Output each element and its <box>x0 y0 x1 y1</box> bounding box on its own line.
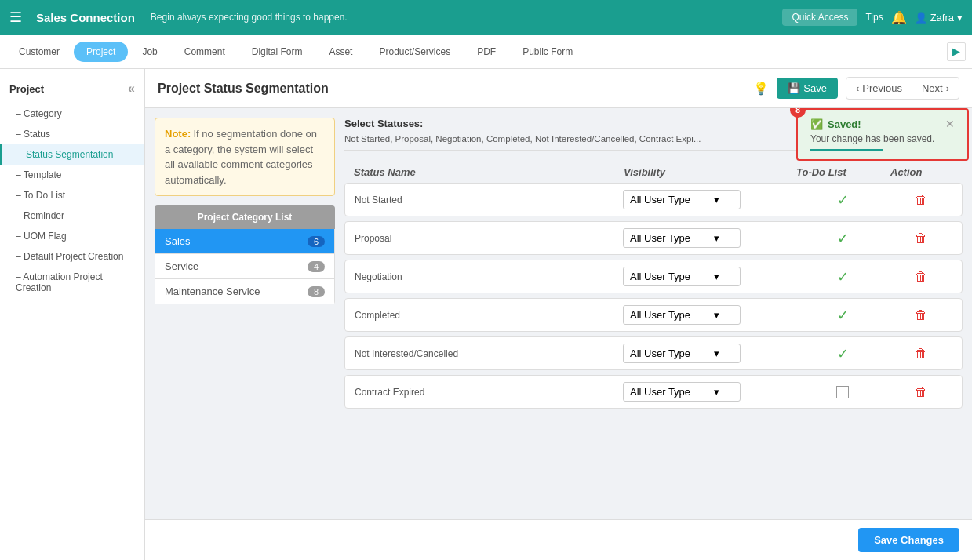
category-list: Project Category List Sales 6 Service 4 … <box>155 205 335 304</box>
save-label: Save <box>803 82 827 94</box>
delete-button-not-interested[interactable]: 🗑 <box>915 347 927 361</box>
bell-icon[interactable]: 🔔 <box>891 10 907 25</box>
sidebar-item-automation-project-creation[interactable]: – Automation Project Creation <box>0 267 144 298</box>
tab-public-form[interactable]: Public Form <box>510 42 585 62</box>
content-area: Project Status Segmentation 💡 💾 Save ‹ P… <box>145 69 972 560</box>
sidebar-item-uom-flag[interactable]: – UOM Flag <box>0 226 144 246</box>
top-navigation: ☰ Sales Connection Begin always expectin… <box>0 0 972 35</box>
status-name-completed: Completed <box>355 310 623 321</box>
category-list-header: Project Category List <box>155 205 335 229</box>
toast-close-button[interactable]: ✕ <box>945 118 955 130</box>
sidebar-item-status[interactable]: – Status <box>0 124 144 144</box>
previous-button[interactable]: ‹ Previous <box>846 77 912 100</box>
sidebar-item-status-segmentation[interactable]: – Status Segmentation <box>0 144 144 165</box>
todo-check-proposal[interactable]: ✓ <box>795 230 890 247</box>
chevron-right-icon: › <box>946 82 949 94</box>
tab-product-services[interactable]: Product/Services <box>366 42 463 62</box>
col-action: Action <box>890 166 953 178</box>
status-row-not-interested: Not Interested/Cancelled All User Type ▾… <box>344 336 963 370</box>
todo-check-negotiation[interactable]: ✓ <box>795 268 890 285</box>
sidebar-title: Project « <box>0 77 144 104</box>
status-row-not-started: Not Started All User Type ▾ ✓ 🗑 <box>344 183 963 216</box>
visibility-dropdown-not-interested[interactable]: All User Type ▾ <box>623 344 741 363</box>
chevron-left-icon: ‹ <box>856 82 859 94</box>
dropdown-arrow-icon: ▾ <box>714 232 719 244</box>
dropdown-arrow-icon: ▾ <box>714 194 719 205</box>
tips-button[interactable]: Tips <box>865 12 883 23</box>
footer-bar: Save Changes <box>145 519 972 560</box>
tab-project[interactable]: Project <box>74 42 128 62</box>
sidebar-item-todo-list[interactable]: – To Do List <box>0 185 144 205</box>
toast-saved-label: ✅ Saved! <box>810 118 861 130</box>
category-item-maintenance[interactable]: Maintenance Service 8 <box>155 279 335 304</box>
app-name: Sales Connection <box>36 11 135 24</box>
tab-job[interactable]: Job <box>129 42 169 62</box>
table-header: Status Name Visibility To-Do List Action <box>344 162 963 183</box>
tab-comment[interactable]: Comment <box>172 42 238 62</box>
status-name-contract-expired: Contract Expired <box>355 387 623 398</box>
sidebar-item-template[interactable]: – Template <box>0 165 144 185</box>
hamburger-menu-icon[interactable]: ☰ <box>9 9 22 26</box>
dropdown-arrow-icon: ▾ <box>714 271 719 282</box>
visibility-dropdown-contract-expired[interactable]: All User Type ▾ <box>623 382 741 402</box>
category-item-sales[interactable]: Sales 6 <box>155 229 335 254</box>
todo-check-completed[interactable]: ✓ <box>795 307 890 324</box>
previous-label: Previous <box>862 82 902 94</box>
delete-button-contract-expired[interactable]: 🗑 <box>915 385 927 399</box>
user-menu[interactable]: 👤 Zafra ▾ <box>915 12 963 24</box>
visibility-completed: All User Type ▾ <box>623 305 795 325</box>
app-tagline: Begin always expecting good things to ha… <box>151 12 775 23</box>
toast-progress-bar <box>810 149 883 151</box>
save-changes-button[interactable]: Save Changes <box>858 528 959 552</box>
category-maintenance-badge: 8 <box>308 286 325 297</box>
category-item-service[interactable]: Service 4 <box>155 254 335 279</box>
sidebar-item-category[interactable]: – Category <box>0 104 144 124</box>
status-name-not-interested: Not Interested/Cancelled <box>355 348 623 359</box>
todo-checkbox-contract-expired[interactable] <box>795 386 890 398</box>
main-layout: Project « – Category – Status – Status S… <box>0 69 972 560</box>
action-proposal: 🗑 <box>890 231 952 245</box>
visibility-dropdown-proposal[interactable]: All User Type ▾ <box>623 228 741 248</box>
delete-button-completed[interactable]: 🗑 <box>915 308 927 322</box>
content-header: Project Status Segmentation 💡 💾 Save ‹ P… <box>145 69 972 108</box>
status-name-not-started: Not Started <box>355 195 623 205</box>
sidebar-title-text: Project <box>9 83 44 95</box>
quick-access-button[interactable]: Quick Access <box>782 9 857 26</box>
delete-button-negotiation[interactable]: 🗑 <box>915 270 927 284</box>
page-title: Project Status Segmentation <box>158 82 745 96</box>
save-icon: 💾 <box>788 82 800 94</box>
checkbox-icon[interactable] <box>836 386 849 398</box>
sidebar-item-default-project-creation[interactable]: – Default Project Creation <box>0 246 144 267</box>
visibility-dropdown-completed[interactable]: All User Type ▾ <box>623 305 741 325</box>
status-name-negotiation: Negotiation <box>355 271 623 282</box>
next-button[interactable]: Next › <box>912 77 959 100</box>
note-prefix: Note: <box>165 128 191 140</box>
dropdown-arrow-icon: ▾ <box>714 309 719 321</box>
save-button[interactable]: 💾 Save <box>777 78 838 99</box>
status-row-completed: Completed All User Type ▾ ✓ 🗑 <box>344 298 963 332</box>
tab-bar: Customer Project Job Comment Digital For… <box>0 35 972 69</box>
tab-next-arrow[interactable]: ▶ <box>947 42 966 61</box>
toast-notification: 8 ✅ Saved! ✕ Your change has been saved. <box>796 118 963 161</box>
todo-check-not-started[interactable]: ✓ <box>795 191 890 209</box>
visibility-dropdown-negotiation[interactable]: All User Type ▾ <box>623 267 741 286</box>
tab-digital-form[interactable]: Digital Form <box>239 42 315 62</box>
delete-button-proposal[interactable]: 🗑 <box>915 231 927 245</box>
content-body: Note: If no segmentation done on a categ… <box>145 108 972 519</box>
sidebar-item-reminder[interactable]: – Reminder <box>0 205 144 226</box>
todo-check-not-interested[interactable]: ✓ <box>795 345 890 362</box>
sidebar: Project « – Category – Status – Status S… <box>0 69 145 560</box>
category-service-badge: 4 <box>308 261 325 272</box>
delete-button-not-started[interactable]: 🗑 <box>915 193 927 207</box>
tab-asset[interactable]: Asset <box>316 42 365 62</box>
action-not-interested: 🗑 <box>890 347 952 361</box>
next-label: Next <box>922 82 943 94</box>
col-status-name: Status Name <box>354 166 624 178</box>
sidebar-collapse-icon[interactable]: « <box>128 82 135 96</box>
status-row-contract-expired: Contract Expired All User Type ▾ 🗑 <box>344 375 963 409</box>
col-visibility: Visibility <box>624 166 796 178</box>
visibility-dropdown-not-started[interactable]: All User Type ▾ <box>623 190 741 209</box>
tab-pdf[interactable]: PDF <box>464 42 508 62</box>
visibility-proposal: All User Type ▾ <box>623 228 795 248</box>
tab-customer[interactable]: Customer <box>6 42 72 62</box>
